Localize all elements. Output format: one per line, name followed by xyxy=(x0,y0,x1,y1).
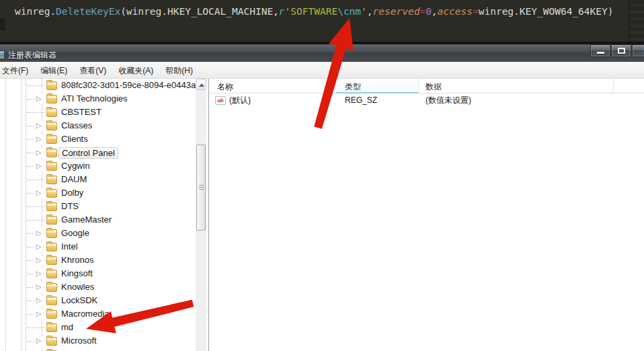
folder-icon xyxy=(46,81,57,90)
expand-icon[interactable]: ▷ xyxy=(34,282,43,292)
column-header-name[interactable]: 名称 xyxy=(210,79,336,93)
folder-icon xyxy=(46,229,57,238)
expand-icon[interactable]: ▷ xyxy=(34,242,43,251)
tree-item-clients[interactable]: ▷Clients xyxy=(0,132,196,146)
tree-item-label: DTS xyxy=(61,201,79,211)
tree-item-label: Knowles xyxy=(61,282,94,292)
folder-icon xyxy=(46,337,57,346)
tree-item-label: Classes xyxy=(61,120,92,130)
tree-item-label: md xyxy=(61,322,73,332)
column-header-data[interactable]: 数据 xyxy=(419,79,614,93)
close-button[interactable]: ✕ xyxy=(632,44,644,57)
folder-icon xyxy=(46,162,57,171)
tree-item-dts[interactable]: DTS xyxy=(0,200,196,213)
tree-item-label: Dolby xyxy=(61,188,83,198)
screen: winreg.DeleteKeyEx(winreg.HKEY_LOCAL_MAC… xyxy=(0,0,644,351)
expand-icon[interactable]: ▷ xyxy=(34,269,43,278)
folder-icon xyxy=(46,95,57,104)
tree-item-control-panel[interactable]: ▷Control Panel xyxy=(0,146,196,159)
list-rows: ab(默认)REG_SZ(数值未设置) xyxy=(210,93,644,107)
folder-icon xyxy=(46,149,57,157)
tree-item-microsoft[interactable]: ▷Microsoft xyxy=(0,334,196,348)
tree-item-cygwin[interactable]: ▷Cygwin xyxy=(0,159,196,173)
scrollbar-grip-icon xyxy=(199,185,204,191)
menu-help[interactable]: 帮助(H) xyxy=(159,63,199,79)
menu-bar: 文件(F) 编辑(E) 查看(V) 收藏夹(A) 帮助(H) xyxy=(0,62,644,79)
expand-icon[interactable]: ▷ xyxy=(34,229,43,238)
expand-icon[interactable]: ▷ xyxy=(34,148,43,157)
expand-icon[interactable]: ▷ xyxy=(34,256,43,265)
tree-item-gamemaster[interactable]: GameMaster xyxy=(0,213,196,227)
list-header: 名称 类型 数据 xyxy=(210,79,644,93)
menu-file[interactable]: 文件(F) xyxy=(0,63,34,79)
window-titlebar[interactable]: 注册表编辑器 xyxy=(0,42,644,62)
code-token-plain: (winreg.HKEY_LOCAL_MACHINE, xyxy=(120,6,279,17)
tree-item-cbstest[interactable]: CBSTEST xyxy=(0,106,196,119)
menu-view[interactable]: 查看(V) xyxy=(73,63,112,79)
folder-icon xyxy=(46,202,57,211)
scrollbar-up-button[interactable] xyxy=(196,79,206,90)
tree-item-ati-technologies[interactable]: ▷ATI Technologies xyxy=(0,92,196,106)
expand-icon[interactable]: ▷ xyxy=(34,188,43,198)
tree-item-locksdk[interactable]: ▷LockSDK xyxy=(0,294,196,307)
tree-item-md[interactable]: md xyxy=(0,321,196,334)
tree-item-label: Intel xyxy=(61,241,78,251)
value-name-cell: ab(默认) xyxy=(210,95,336,106)
expand-icon[interactable]: ▷ xyxy=(34,94,43,104)
tree-item-knowles[interactable]: ▷Knowles xyxy=(0,280,196,294)
tree-item-google[interactable]: ▷Google xyxy=(0,227,196,240)
tree-item-kingsoft[interactable]: ▷Kingsoft xyxy=(0,267,196,280)
folder-icon xyxy=(46,270,57,278)
code-token-string_prefix: r xyxy=(279,6,285,17)
value-type-cell: REG_SZ xyxy=(336,95,419,105)
registry-app-icon xyxy=(0,50,5,59)
tree-item-macromedia[interactable]: ▷Macromedia xyxy=(0,307,196,321)
folder-icon xyxy=(46,216,57,225)
tree-item-dolby[interactable]: ▷Dolby xyxy=(0,186,196,200)
code-editor-notch xyxy=(0,18,5,30)
menu-edit[interactable]: 编辑(E) xyxy=(34,63,73,79)
expand-icon[interactable]: ▷ xyxy=(34,161,43,171)
folder-icon xyxy=(46,297,57,305)
column-header-type[interactable]: 类型 xyxy=(336,79,419,93)
tree-connector-line xyxy=(27,206,44,207)
menu-favorites[interactable]: 收藏夹(A) xyxy=(112,63,159,79)
code-editor-scrollbar[interactable] xyxy=(629,0,644,42)
tree-connector-line xyxy=(27,220,44,221)
tree-item-khronos[interactable]: ▷Khronos xyxy=(0,254,196,267)
tree-item-partial[interactable] xyxy=(0,348,196,351)
expand-icon[interactable]: ▷ xyxy=(34,134,43,144)
expand-icon[interactable]: ▷ xyxy=(34,336,43,346)
tree-item-label: Clients xyxy=(61,134,88,144)
folder-icon xyxy=(46,323,57,332)
folder-icon xyxy=(46,122,57,130)
tree-item-classes[interactable]: ▷Classes xyxy=(0,119,196,132)
tree-item-label: ATI Technologies xyxy=(61,93,128,104)
code-line: winreg.DeleteKeyEx(winreg.HKEY_LOCAL_MAC… xyxy=(15,6,614,17)
minimize-button[interactable] xyxy=(590,44,610,57)
code-editor-bar: winreg.DeleteKeyEx(winreg.HKEY_LOCAL_MAC… xyxy=(0,0,644,42)
expand-icon[interactable]: ▷ xyxy=(34,296,43,305)
code-token-operator: = xyxy=(473,6,479,17)
pane-splitter[interactable] xyxy=(208,79,209,351)
folder-icon xyxy=(46,283,57,292)
folder-icon xyxy=(46,135,57,144)
code-token-string: ' xyxy=(361,6,367,17)
tree-item-label: DAUM xyxy=(61,174,87,184)
expand-icon[interactable]: ▷ xyxy=(34,309,43,319)
tree-item-intel[interactable]: ▷Intel xyxy=(0,240,196,254)
code-token-number: 0 xyxy=(426,6,432,17)
maximize-button[interactable] xyxy=(611,44,631,57)
scrollbar-thumb[interactable] xyxy=(196,145,206,231)
value-row[interactable]: ab(默认)REG_SZ(数值未设置) xyxy=(210,93,644,107)
code-token-plain: , xyxy=(367,6,373,17)
tree-item-daum[interactable]: DAUM xyxy=(0,173,196,186)
tree-connector-line xyxy=(27,85,44,86)
maximize-icon xyxy=(618,48,625,54)
code-token-plain: winreg. xyxy=(15,6,56,17)
expand-icon[interactable]: ▷ xyxy=(34,121,43,130)
folder-icon xyxy=(46,256,57,265)
tree-items: 808fc302-3d01-59ce-8094-e0443a▷ATI Techn… xyxy=(0,79,196,351)
tree-scrollbar[interactable] xyxy=(196,79,206,351)
tree-item-808fc302-3d01-59ce-8094-e0443a[interactable]: 808fc302-3d01-59ce-8094-e0443a xyxy=(0,79,196,92)
